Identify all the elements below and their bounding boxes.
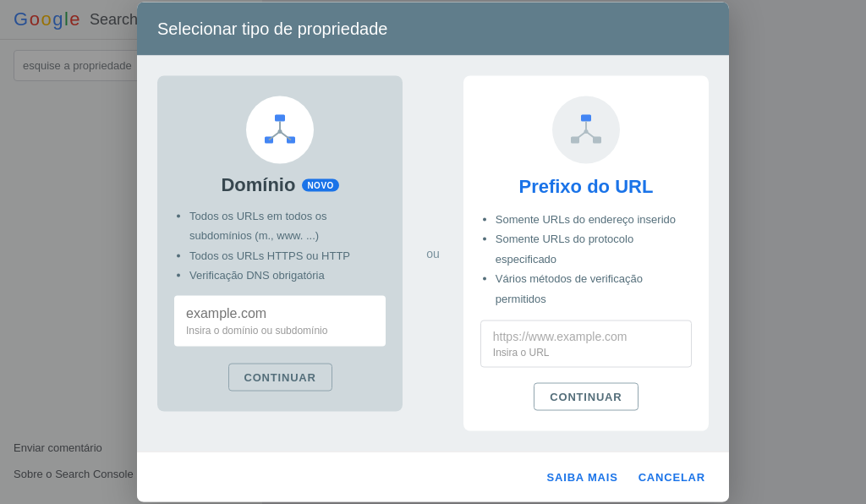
learn-more-button[interactable]: SAIBA MAIS bbox=[544, 463, 622, 490]
domain-input-section: Insira o domínio ou subdomínio bbox=[174, 295, 386, 346]
domain-feature-2: Todos os URLs HTTPS ou HTTP bbox=[189, 245, 386, 265]
url-feature-1: Somente URLs do endereço inserido bbox=[496, 210, 692, 229]
domain-continue-button[interactable]: CONTINUAR bbox=[228, 363, 332, 391]
svg-rect-7 bbox=[581, 115, 591, 122]
url-continue-button[interactable]: CONTINUAR bbox=[534, 382, 638, 410]
url-icon-circle bbox=[552, 96, 620, 164]
svg-point-6 bbox=[278, 129, 282, 134]
domain-title: Domínio bbox=[221, 174, 295, 196]
modal-header: Selecionar tipo de propriedade bbox=[137, 3, 729, 56]
domain-input[interactable] bbox=[186, 305, 374, 320]
domain-icon-circle bbox=[246, 96, 314, 164]
domain-features-list: Todos os URLs em todos os subdomínios (m… bbox=[174, 206, 386, 286]
url-prefix-card: Prefixo do URL Somente URLs do endereço … bbox=[463, 76, 709, 431]
url-feature-3: Vários métodos de verificação permitidos bbox=[496, 269, 692, 309]
domain-input-hint: Insira o domínio ou subdomínio bbox=[186, 324, 374, 336]
novo-badge: NOVO bbox=[302, 178, 338, 191]
url-input-section: https://www.example.com Insira o URL bbox=[480, 320, 692, 367]
domain-title-row: Domínio NOVO bbox=[221, 174, 338, 196]
ou-separator: ou bbox=[423, 246, 443, 260]
domain-network-icon bbox=[260, 110, 300, 151]
svg-point-13 bbox=[584, 129, 588, 134]
cancel-button[interactable]: CANCELAR bbox=[635, 463, 709, 490]
url-input-hint: Insira o URL bbox=[493, 346, 679, 358]
url-prefix-title: Prefixo do URL bbox=[518, 176, 653, 198]
url-input-value: https://www.example.com bbox=[493, 329, 679, 342]
property-type-modal: Selecionar tipo de propriedade Domínio bbox=[137, 3, 729, 502]
modal-footer: SAIBA MAIS CANCELAR bbox=[137, 451, 729, 501]
domain-feature-1: Todos os URLs em todos os subdomínios (m… bbox=[189, 206, 386, 246]
svg-rect-0 bbox=[275, 115, 285, 122]
url-features-list: Somente URLs do endereço inserido Soment… bbox=[480, 210, 692, 309]
domain-card: Domínio NOVO Todos os URLs em todos os s… bbox=[157, 76, 403, 412]
domain-feature-3: Verificação DNS obrigatória bbox=[189, 266, 386, 285]
url-feature-2: Somente URLs do protocolo especificado bbox=[496, 229, 692, 269]
url-network-icon bbox=[566, 110, 606, 151]
modal-body: Domínio NOVO Todos os URLs em todos os s… bbox=[137, 56, 729, 452]
modal-title: Selecionar tipo de propriedade bbox=[157, 19, 387, 38]
